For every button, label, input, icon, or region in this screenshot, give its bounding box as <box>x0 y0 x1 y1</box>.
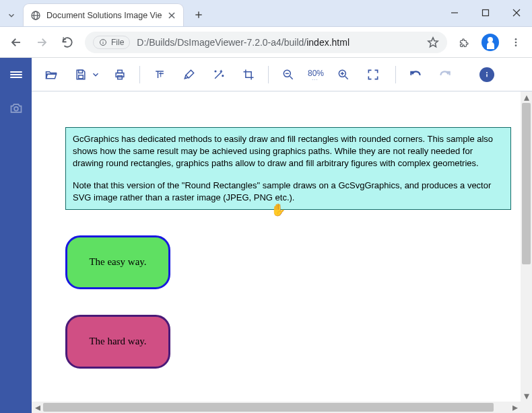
file-chip-label: File <box>111 38 124 47</box>
description-paragraph-2: Note that this version of the "Round Rec… <box>73 180 504 204</box>
browser-address-row: File D:/Builds/DsImageViewer-7.2.0-a4/bu… <box>0 27 532 58</box>
vertical-scrollbar[interactable]: ▴ ▾ <box>521 91 532 402</box>
extensions-button[interactable] <box>453 30 477 54</box>
tab-title: Document Solutions Image Vie <box>46 11 162 20</box>
scroll-left-button[interactable]: ◂ <box>32 402 43 413</box>
undo-button[interactable] <box>405 65 426 85</box>
browser-tab[interactable]: Document Solutions Image Vie <box>23 3 184 26</box>
fullscreen-button[interactable] <box>363 65 383 85</box>
description-panel: GcGraphics has dedicated methods to easi… <box>65 127 511 210</box>
svg-marker-16 <box>428 37 438 46</box>
open-file-button[interactable] <box>41 65 61 85</box>
brush-tool-button[interactable] <box>179 65 199 85</box>
profile-button[interactable] <box>478 30 502 54</box>
maximize-icon <box>481 9 490 17</box>
new-tab-button[interactable] <box>189 5 208 24</box>
svg-point-17 <box>515 38 517 40</box>
chrome-menu-button[interactable] <box>504 30 528 54</box>
svg-rect-8 <box>483 10 489 16</box>
zoom-level-display[interactable]: 80% ⋯ <box>308 67 324 81</box>
hard-way-rect: The hard way. <box>65 315 170 369</box>
about-button[interactable] <box>479 67 494 82</box>
horizontal-scrollbar[interactable]: ◂ ▸ <box>32 402 521 413</box>
svg-line-32 <box>345 76 348 79</box>
close-icon <box>512 9 521 17</box>
nav-back-button[interactable] <box>4 30 28 54</box>
viewer-app: 80% ⋯ GcGraphi <box>0 58 532 413</box>
crop-button[interactable] <box>238 65 259 85</box>
svg-point-15 <box>102 40 103 41</box>
close-icon[interactable] <box>167 11 176 20</box>
url-text: D:/Builds/DsImageViewer-7.2.0-a4/build/i… <box>137 37 420 48</box>
description-paragraph-1: GcGraphics has dedicated methods to easi… <box>73 133 504 170</box>
viewer-sidebar <box>0 58 32 413</box>
file-origin-chip[interactable]: File <box>93 36 130 49</box>
reload-icon <box>61 36 73 48</box>
arrow-left-icon <box>10 36 22 48</box>
viewer-toolbar: 80% ⋯ <box>32 58 532 91</box>
easy-way-rect: The easy way. <box>65 235 170 289</box>
text-icon <box>153 68 166 81</box>
arrow-right-icon <box>36 36 48 48</box>
undo-icon <box>409 68 422 81</box>
hamburger-icon <box>10 70 22 79</box>
window-controls <box>439 0 532 26</box>
maximize-button[interactable] <box>470 0 501 26</box>
bookmark-star-icon[interactable] <box>427 36 439 48</box>
text-tool-button[interactable] <box>149 65 170 85</box>
tabs-menu-button[interactable] <box>0 5 23 26</box>
brush-icon <box>182 68 196 81</box>
zoom-in-button[interactable] <box>333 65 354 85</box>
document-canvas[interactable]: GcGraphics has dedicated methods to easi… <box>32 91 532 413</box>
zoom-out-button[interactable] <box>278 65 298 85</box>
scroll-up-button[interactable]: ▴ <box>521 91 532 103</box>
drag-handle-icon: ⋯ <box>308 79 324 81</box>
printer-icon <box>113 68 127 81</box>
close-window-button[interactable] <box>501 0 532 26</box>
minimize-icon <box>451 9 459 17</box>
svg-point-18 <box>515 41 517 43</box>
svg-point-26 <box>215 71 216 72</box>
folder-open-icon <box>44 68 58 81</box>
print-button[interactable] <box>110 65 130 85</box>
scroll-down-button[interactable]: ▾ <box>521 390 532 402</box>
crop-icon <box>242 68 255 81</box>
save-dropdown-button[interactable] <box>91 65 100 85</box>
address-bar[interactable]: File D:/Builds/DsImageViewer-7.2.0-a4/bu… <box>85 32 447 53</box>
browser-titlebar: Document Solutions Image Vie <box>0 0 532 27</box>
svg-rect-36 <box>486 74 488 77</box>
camera-icon <box>9 102 23 115</box>
chevron-down-icon <box>7 11 16 20</box>
svg-point-27 <box>222 75 224 76</box>
hard-way-label: The hard way. <box>89 336 146 347</box>
magic-wand-button[interactable] <box>209 65 229 85</box>
svg-point-35 <box>486 72 488 73</box>
scroll-right-button[interactable]: ▸ <box>509 402 521 413</box>
redo-button[interactable] <box>435 65 455 85</box>
puzzle-icon <box>459 36 471 48</box>
sidebar-camera-button[interactable] <box>0 91 32 125</box>
chevron-down-icon <box>91 68 100 81</box>
svg-line-29 <box>290 76 293 79</box>
nav-forward-button[interactable] <box>30 30 54 54</box>
svg-rect-25 <box>118 75 123 79</box>
minimize-button[interactable] <box>439 0 470 26</box>
zoom-out-icon <box>281 68 295 81</box>
easy-way-label: The easy way. <box>89 256 146 268</box>
fullscreen-icon <box>366 68 380 81</box>
svg-rect-24 <box>118 70 123 73</box>
zoom-level-label: 80% <box>308 69 324 78</box>
plus-icon <box>194 10 203 20</box>
nav-reload-button[interactable] <box>55 30 79 54</box>
info-icon <box>99 38 107 46</box>
horizontal-scroll-thumb[interactable] <box>43 403 494 412</box>
info-icon <box>483 71 491 79</box>
document-page: GcGraphics has dedicated methods to easi… <box>65 127 511 369</box>
svg-rect-21 <box>79 70 83 73</box>
svg-rect-22 <box>79 75 84 78</box>
sidebar-menu-button[interactable] <box>0 58 32 91</box>
svg-point-20 <box>14 107 18 111</box>
vertical-scroll-thumb[interactable] <box>522 103 531 264</box>
save-button[interactable] <box>71 65 91 85</box>
svg-point-19 <box>515 44 517 46</box>
